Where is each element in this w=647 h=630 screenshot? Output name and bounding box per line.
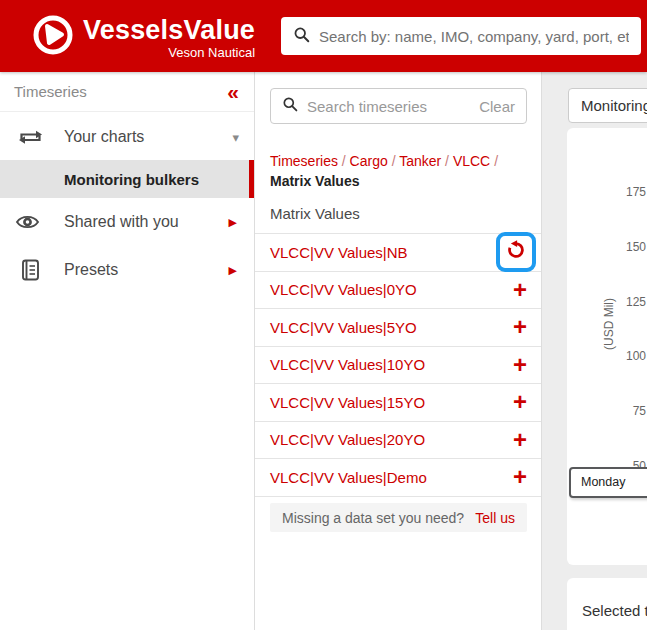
section-title: Matrix Values bbox=[270, 205, 360, 222]
logo-title: VesselsValue bbox=[83, 15, 255, 45]
timeseries-link[interactable]: VLCC|VV Values|15YO bbox=[270, 394, 425, 411]
your-charts-label: Your charts bbox=[64, 128, 232, 146]
expand-right-icon[interactable]: ▶ bbox=[229, 216, 237, 229]
chart-tooltip: Monday bbox=[569, 467, 647, 498]
selected-indicator bbox=[249, 160, 254, 198]
expand-right-icon[interactable]: ▶ bbox=[229, 264, 237, 277]
sidebar: Timeseries « Your charts ▾ Monitoring bu… bbox=[0, 72, 255, 630]
collapse-sidebar-icon[interactable]: « bbox=[227, 83, 239, 101]
breadcrumb-separator: / bbox=[342, 153, 346, 169]
undo-icon bbox=[505, 239, 527, 265]
shared-with-you-label: Shared with you bbox=[64, 213, 229, 231]
y-axis-tick: 175 bbox=[600, 185, 646, 199]
logo-subtitle: Veson Nautical bbox=[83, 45, 255, 60]
sidebar-header: Timeseries « bbox=[0, 72, 254, 112]
add-icon[interactable]: + bbox=[513, 467, 527, 487]
sidebar-item-your-charts[interactable]: Your charts ▾ bbox=[0, 118, 254, 156]
selected-timeseries-card: Selected timeseries bbox=[567, 578, 647, 630]
presets-label: Presets bbox=[64, 261, 229, 279]
global-search-input[interactable] bbox=[319, 28, 629, 45]
y-axis-label: (USD Mil) bbox=[602, 298, 616, 350]
add-icon[interactable]: + bbox=[513, 317, 527, 337]
timeseries-list: VLCC|VV Values|NB VLCC|VV Values|0YO + V… bbox=[255, 233, 541, 497]
swap-arrows-icon bbox=[17, 126, 44, 148]
sidebar-item-monitoring-bulkers[interactable]: Monitoring bulkers bbox=[0, 160, 254, 198]
breadcrumb-separator: / bbox=[445, 153, 449, 169]
presets-book-icon bbox=[19, 258, 41, 282]
y-axis-tick: 150 bbox=[600, 240, 646, 254]
timeseries-panel: Clear Timeseries / Cargo / Tanker / VLCC… bbox=[255, 72, 542, 630]
timeseries-link[interactable]: VLCC|VV Values|0YO bbox=[270, 281, 417, 298]
logo-mark-icon bbox=[33, 15, 73, 59]
breadcrumb-link-cargo[interactable]: Cargo bbox=[350, 153, 388, 169]
list-item: VLCC|VV Values|5YO + bbox=[255, 309, 541, 347]
breadcrumb-link-vlcc[interactable]: VLCC bbox=[453, 153, 490, 169]
search-icon bbox=[282, 96, 298, 116]
clear-search-button[interactable]: Clear bbox=[479, 98, 515, 115]
monitoring-bulkers-label: Monitoring bulkers bbox=[64, 171, 254, 188]
top-header: VesselsValue Veson Nautical bbox=[0, 0, 647, 72]
list-item: VLCC|VV Values|NB bbox=[255, 234, 541, 272]
timeseries-link[interactable]: VLCC|VV Values|10YO bbox=[270, 356, 425, 373]
sidebar-item-shared-with-you[interactable]: Shared with you ▶ bbox=[0, 203, 254, 241]
sidebar-title: Timeseries bbox=[14, 83, 227, 100]
global-search-box[interactable] bbox=[281, 17, 641, 55]
eye-icon bbox=[15, 212, 40, 232]
timeseries-search-input[interactable] bbox=[307, 98, 479, 115]
app-window: VesselsValue Veson Nautical Timeseries « bbox=[0, 0, 647, 630]
y-axis-tick: 100 bbox=[600, 349, 646, 363]
timeseries-link[interactable]: VLCC|VV Values|5YO bbox=[270, 319, 417, 336]
add-icon[interactable]: + bbox=[513, 355, 527, 375]
logo[interactable]: VesselsValue Veson Nautical bbox=[33, 15, 255, 60]
timeseries-link[interactable]: VLCC|VV Values|20YO bbox=[270, 431, 425, 448]
add-icon[interactable]: + bbox=[513, 280, 527, 300]
chart-selector-dropdown[interactable]: Monitoring bbox=[568, 88, 647, 123]
sidebar-item-presets[interactable]: Presets ▶ bbox=[0, 251, 254, 289]
list-item: VLCC|VV Values|Demo + bbox=[255, 459, 541, 497]
chevron-down-icon[interactable]: ▾ bbox=[232, 130, 239, 145]
list-item: VLCC|VV Values|0YO + bbox=[255, 272, 541, 310]
breadcrumb-separator: / bbox=[392, 153, 396, 169]
breadcrumb-separator: / bbox=[494, 153, 498, 169]
missing-dataset-banner: Missing a data set you need? Tell us bbox=[270, 503, 527, 532]
list-item: VLCC|VV Values|20YO + bbox=[255, 422, 541, 460]
list-item: VLCC|VV Values|15YO + bbox=[255, 384, 541, 422]
y-axis-tick: 75 bbox=[600, 404, 646, 418]
search-icon bbox=[293, 26, 310, 47]
missing-dataset-text: Missing a data set you need? bbox=[282, 510, 475, 526]
timeseries-link[interactable]: VLCC|VV Values|NB bbox=[270, 244, 408, 261]
breadcrumb-link-tanker[interactable]: Tanker bbox=[399, 153, 441, 169]
add-icon[interactable]: + bbox=[513, 392, 527, 412]
timeseries-link[interactable]: VLCC|VV Values|Demo bbox=[270, 469, 427, 486]
breadcrumb: Timeseries / Cargo / Tanker / VLCC / Mat… bbox=[270, 151, 530, 191]
breadcrumb-link-timeseries[interactable]: Timeseries bbox=[270, 153, 338, 169]
tell-us-link[interactable]: Tell us bbox=[475, 510, 515, 526]
timeseries-search-box[interactable]: Clear bbox=[270, 88, 527, 124]
undo-add-button-highlighted[interactable] bbox=[496, 232, 536, 272]
breadcrumb-current: Matrix Values bbox=[270, 173, 360, 189]
list-item: VLCC|VV Values|10YO + bbox=[255, 347, 541, 385]
add-icon[interactable]: + bbox=[513, 430, 527, 450]
